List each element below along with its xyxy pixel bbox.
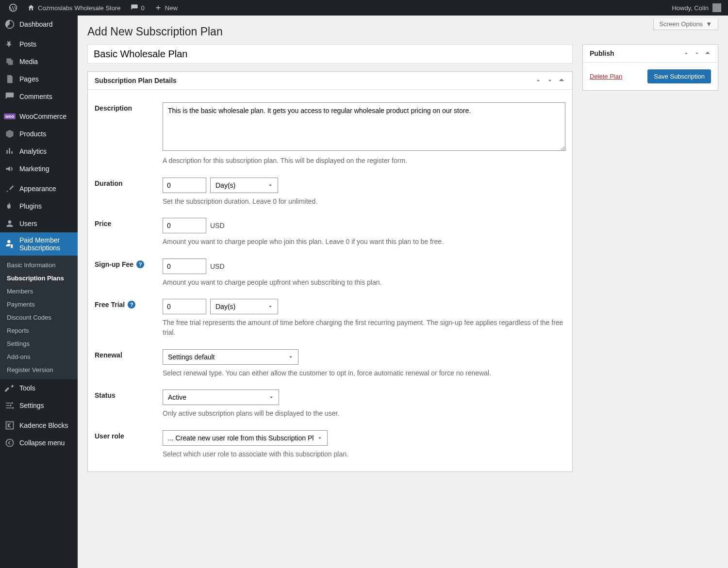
menu-woocommerce[interactable]: woo WooCommerce: [0, 108, 78, 125]
chevron-up-icon[interactable]: [534, 77, 542, 84]
duration-unit-select[interactable]: Day(s): [210, 178, 278, 193]
menu-products[interactable]: Products: [0, 125, 78, 143]
sliders-icon: [5, 401, 15, 410]
new-label: New: [165, 4, 178, 12]
submenu-discount-codes[interactable]: Discount Codes: [0, 311, 78, 324]
chevron-down-icon[interactable]: [546, 77, 554, 84]
media-icon: [5, 57, 15, 66]
brush-icon: [5, 184, 15, 194]
menu-comments[interactable]: Comments: [0, 88, 78, 105]
status-hint: Only active subscription plans will be d…: [163, 409, 565, 419]
trial-label: Free Trial: [95, 301, 125, 308]
renewal-select[interactable]: Settings default: [163, 349, 298, 365]
role-label: User role: [95, 430, 163, 459]
pin-icon: [5, 39, 15, 49]
svg-point-4: [12, 407, 14, 408]
menu-settings[interactable]: Settings: [0, 397, 78, 414]
description-hint: A description for this subscription plan…: [163, 156, 565, 166]
description-label: Description: [95, 102, 163, 166]
menu-label: Posts: [19, 40, 36, 48]
screen-options-label: Screen Options: [660, 20, 703, 28]
menu-dashboard[interactable]: Dashboard: [0, 16, 78, 33]
menu-paid-member-subscriptions[interactable]: Paid Member Subscriptions: [0, 232, 78, 256]
menu-analytics[interactable]: Analytics: [0, 143, 78, 160]
comments-link[interactable]: 0: [127, 4, 149, 12]
dashboard-icon: [5, 19, 15, 29]
description-textarea[interactable]: This is the basic wholesale plan. It get…: [163, 102, 565, 151]
renewal-hint: Select renewal type. You can either allo…: [163, 369, 565, 378]
renewal-label: Renewal: [95, 349, 163, 378]
chevron-down-icon: ▼: [706, 20, 712, 28]
menu-posts[interactable]: Posts: [0, 35, 78, 53]
menu-kadence[interactable]: Kadence Blocks: [0, 417, 78, 434]
trial-input[interactable]: [163, 299, 206, 314]
help-icon[interactable]: ?: [136, 260, 144, 268]
comment-icon: [131, 4, 138, 12]
menu-label: Pages: [19, 75, 39, 83]
screen-options-toggle[interactable]: Screen Options ▼: [653, 18, 718, 30]
submenu-subscription-plans[interactable]: Subscription Plans: [0, 272, 78, 285]
key-user-icon: [5, 239, 15, 249]
woocommerce-icon: woo: [5, 112, 15, 121]
collapse-menu[interactable]: Collapse menu: [0, 434, 78, 452]
trial-unit-select[interactable]: Day(s): [210, 299, 278, 314]
submenu-basic-info[interactable]: Basic Information: [0, 259, 78, 272]
signup-hint: Amount you want to charge people upfront…: [163, 278, 565, 288]
chevron-up-icon[interactable]: [683, 50, 690, 57]
svg-point-6: [6, 439, 14, 447]
status-label: Status: [95, 389, 163, 419]
products-icon: [5, 129, 15, 139]
menu-label: Settings: [19, 402, 44, 409]
menu-tools[interactable]: Tools: [0, 379, 78, 397]
new-content-link[interactable]: New: [150, 4, 182, 12]
submenu-settings[interactable]: Settings: [0, 337, 78, 350]
signup-label: Sign-up Fee: [95, 260, 133, 268]
duration-hint: Set the subscription duration. Leave 0 f…: [163, 197, 565, 207]
menu-label: Users: [19, 220, 37, 227]
save-subscription-button[interactable]: Save Subscription: [647, 69, 711, 83]
menu-label: Appearance: [19, 185, 56, 193]
status-select[interactable]: Active: [163, 389, 279, 405]
help-icon[interactable]: ?: [128, 301, 135, 308]
submenu-payments[interactable]: Payments: [0, 298, 78, 311]
submenu-reports[interactable]: Reports: [0, 324, 78, 337]
delete-plan-link[interactable]: Delete Plan: [590, 73, 622, 80]
megaphone-icon: [5, 164, 15, 174]
menu-marketing[interactable]: Marketing: [0, 160, 78, 178]
menu-users[interactable]: Users: [0, 215, 78, 232]
duration-label: Duration: [95, 178, 163, 207]
price-label: Price: [95, 218, 163, 247]
plan-title-input[interactable]: [87, 44, 573, 64]
menu-label: Plugins: [19, 202, 42, 210]
submenu-members[interactable]: Members: [0, 285, 78, 298]
menu-label: Tools: [19, 384, 35, 392]
price-hint: Amount you want to charge people who joi…: [163, 237, 565, 247]
duration-input[interactable]: [163, 178, 206, 193]
menu-label: Marketing: [19, 165, 49, 173]
site-home-link[interactable]: Cozmoslabs Wholesale Store: [23, 4, 125, 12]
submenu-addons[interactable]: Add-ons: [0, 350, 78, 363]
pages-icon: [5, 74, 15, 84]
publish-title: Publish: [590, 49, 614, 57]
menu-media[interactable]: Media: [0, 53, 78, 70]
menu-appearance[interactable]: Appearance: [0, 180, 78, 197]
menu-plugins[interactable]: Plugins: [0, 197, 78, 215]
role-select[interactable]: ... Create new user role from this Subsc…: [163, 430, 328, 446]
plus-icon: [154, 4, 162, 12]
chevron-down-icon[interactable]: [694, 50, 700, 57]
admin-sidebar: Dashboard Posts Media Pages Comments woo…: [0, 16, 78, 568]
menu-label: Paid Member Subscriptions: [19, 236, 73, 252]
svg-point-3: [10, 405, 11, 406]
signup-input[interactable]: [163, 259, 206, 274]
toggle-icon[interactable]: [558, 77, 565, 84]
submenu-register-version[interactable]: Register Version: [0, 363, 78, 376]
wp-logo[interactable]: [5, 3, 21, 12]
price-input[interactable]: [163, 218, 206, 233]
menu-label: Collapse menu: [19, 439, 65, 447]
user-greeting[interactable]: Howdy, Colin: [672, 3, 723, 12]
menu-pages[interactable]: Pages: [0, 70, 78, 88]
menu-label: Products: [19, 130, 46, 138]
toggle-icon[interactable]: [704, 50, 711, 57]
comments-icon: [5, 92, 15, 101]
menu-label: Dashboard: [19, 20, 53, 28]
